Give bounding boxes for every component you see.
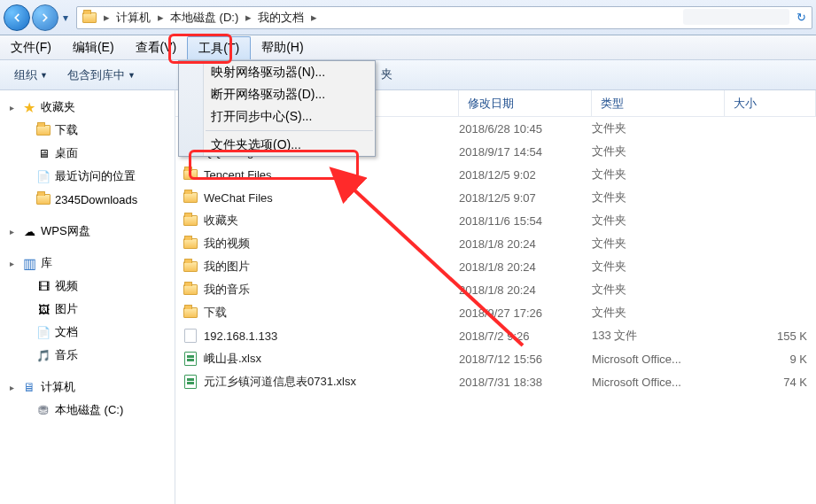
- forward-button[interactable]: [32, 4, 58, 31]
- menu-tools[interactable]: 工具(T): [187, 36, 251, 59]
- folder-icon: [82, 10, 97, 26]
- tree-libraries[interactable]: ▸▥库: [0, 252, 175, 275]
- tree-music[interactable]: ▸🎵音乐: [0, 344, 175, 367]
- breadcrumb-item[interactable]: 计算机: [113, 10, 154, 26]
- menu-help[interactable]: 帮助(H): [251, 35, 314, 59]
- toolbar: 组织 ▼ 包含到库中 ▼: [0, 60, 816, 90]
- tree-downloads[interactable]: ▸下载: [0, 119, 175, 142]
- file-name: Tencent Files: [204, 168, 272, 182]
- tools-dropdown: 映射网络驱动器(N)... 断开网络驱动器(D)... 打开同步中心(S)...…: [178, 60, 376, 157]
- file-name: 元江乡镇河道信息表0731.xlsx: [204, 374, 356, 390]
- table-row[interactable]: WeChat Files2018/12/5 9:07文件夹: [175, 186, 816, 209]
- folder-icon: [183, 213, 198, 229]
- tree-wps[interactable]: ▸☁WPS网盘: [0, 220, 175, 243]
- refresh-button[interactable]: ↻: [797, 11, 806, 24]
- breadcrumb-separator[interactable]: ▸: [100, 11, 113, 24]
- disk-icon: ⛃: [35, 402, 51, 418]
- table-row[interactable]: 元江乡镇河道信息表0731.xlsx2018/7/31 18:38Microso…: [175, 370, 816, 393]
- tree-label: 库: [41, 255, 52, 271]
- breadcrumb-separator[interactable]: ▸: [242, 11, 254, 24]
- file-date: 2018/12/5 9:02: [459, 168, 592, 182]
- file-name: 我的图片: [204, 259, 250, 275]
- file-date: 2018/1/8 20:24: [459, 237, 592, 251]
- nav-buttons: ▾: [4, 4, 71, 31]
- tree-desktop[interactable]: ▸🖥桌面: [0, 142, 175, 165]
- file-type: 133 文件: [592, 328, 725, 344]
- main-area: ▸★收藏夹 ▸下载 ▸🖥桌面 ▸📄最近访问的位置 ▸2345Downloads …: [0, 90, 816, 504]
- organize-button[interactable]: 组织 ▼: [7, 65, 55, 86]
- file-date: 2018/7/12 15:56: [459, 353, 592, 366]
- menu-folder-options[interactable]: 文件夹选项(O)...: [179, 134, 375, 156]
- menu-file[interactable]: 文件(F): [0, 35, 62, 59]
- file-date: 2018/6/28 10:45: [459, 122, 592, 136]
- folder-icon: [35, 191, 51, 207]
- file-name: 我的音乐: [204, 282, 250, 298]
- address-bar-row: ▾ ▸ 计算机 ▸ 本地磁盘 (D:) ▸ 我的文档 ▸ ↻: [0, 0, 816, 35]
- file-list: 2018/6/28 10:45 文件夹 QQPCMgr2018/9/17 14:…: [175, 117, 816, 393]
- file-type: 文件夹: [592, 120, 725, 136]
- file-date: 2018/11/6 15:54: [459, 214, 592, 228]
- menu-open-sync-center[interactable]: 打开同步中心(S)...: [179, 105, 375, 128]
- cloud-icon: ☁: [21, 223, 37, 239]
- tree-pictures[interactable]: ▸🖼图片: [0, 298, 175, 321]
- tree-label: 本地磁盘 (C:): [55, 402, 123, 418]
- menu-view[interactable]: 查看(V): [125, 35, 188, 59]
- video-icon: 🎞: [35, 278, 51, 294]
- column-size[interactable]: 大小: [725, 90, 816, 116]
- file-type: 文件夹: [592, 190, 725, 205]
- tree-label: 2345Downloads: [55, 193, 137, 206]
- include-label: 包含到库中: [67, 67, 125, 83]
- file-type: 文件夹: [592, 305, 725, 321]
- table-row[interactable]: 下载2018/9/27 17:26文件夹: [175, 301, 816, 324]
- folder-icon: [183, 167, 198, 182]
- file-name: 我的视频: [204, 236, 250, 252]
- file-date: 2018/1/8 20:24: [459, 260, 592, 274]
- table-row[interactable]: 我的图片2018/1/8 20:24文件夹: [175, 255, 816, 278]
- chevron-down-icon: ▼: [128, 71, 136, 80]
- tree-documents[interactable]: ▸📄文档: [0, 321, 175, 344]
- tree-favorites[interactable]: ▸★收藏夹: [0, 96, 175, 119]
- file-type: 文件夹: [592, 282, 725, 298]
- tree-recent[interactable]: ▸📄最近访问的位置: [0, 165, 175, 188]
- file-type: Microsoft Office...: [592, 353, 725, 366]
- tree-label: 桌面: [55, 145, 78, 161]
- breadcrumb-separator[interactable]: ▸: [307, 11, 320, 24]
- tree-disk-c[interactable]: ▸⛃本地磁盘 (C:): [0, 399, 175, 422]
- pictures-icon: 🖼: [35, 301, 51, 317]
- column-type[interactable]: 类型: [592, 90, 725, 116]
- tree-2345downloads[interactable]: ▸2345Downloads: [0, 188, 175, 211]
- back-button[interactable]: [4, 4, 30, 31]
- breadcrumb-item[interactable]: 我的文档: [254, 10, 307, 26]
- file-name: WeChat Files: [204, 191, 273, 205]
- file-size: 9 K: [725, 353, 816, 366]
- navigation-pane[interactable]: ▸★收藏夹 ▸下载 ▸🖥桌面 ▸📄最近访问的位置 ▸2345Downloads …: [0, 90, 175, 504]
- menu-edit[interactable]: 编辑(E): [62, 35, 125, 59]
- folder-icon: [183, 282, 198, 298]
- organize-label: 组织: [14, 67, 37, 83]
- breadcrumb-separator[interactable]: ▸: [154, 11, 167, 24]
- tree-videos[interactable]: ▸🎞视频: [0, 275, 175, 298]
- breadcrumb-item[interactable]: 本地磁盘 (D:): [167, 10, 242, 26]
- table-row[interactable]: 我的音乐2018/1/8 20:24文件夹: [175, 278, 816, 301]
- table-row[interactable]: 我的视频2018/1/8 20:24文件夹: [175, 232, 816, 255]
- menu-map-network-drive[interactable]: 映射网络驱动器(N)...: [179, 61, 375, 83]
- folder-icon: [183, 305, 198, 321]
- folder-icon: [183, 190, 198, 205]
- file-type: Microsoft Office...: [592, 376, 725, 389]
- column-date[interactable]: 修改日期: [459, 90, 592, 116]
- file-name: 192.168.1.133: [204, 330, 277, 343]
- table-row[interactable]: Tencent Files2018/12/5 9:02文件夹: [175, 163, 816, 186]
- table-row[interactable]: 峨山县.xlsx2018/7/12 15:56Microsoft Office.…: [175, 347, 816, 370]
- include-in-library-button[interactable]: 包含到库中 ▼: [60, 65, 143, 86]
- file-name: 峨山县.xlsx: [204, 351, 261, 367]
- desktop-icon: 🖥: [35, 145, 51, 161]
- table-row[interactable]: 收藏夹2018/11/6 15:54文件夹: [175, 209, 816, 232]
- tree-label: 最近访问的位置: [55, 168, 136, 184]
- tree-computer[interactable]: ▸🖥计算机: [0, 376, 175, 399]
- table-row[interactable]: 192.168.1.1332018/7/2 9:26133 文件155 K: [175, 324, 816, 347]
- nav-history-dropdown[interactable]: ▾: [60, 4, 71, 31]
- file-icon: [183, 328, 198, 344]
- share-suffix-fragment: 夹: [381, 66, 392, 82]
- file-name: 下载: [204, 305, 227, 321]
- menu-disconnect-network-drive[interactable]: 断开网络驱动器(D)...: [179, 83, 375, 105]
